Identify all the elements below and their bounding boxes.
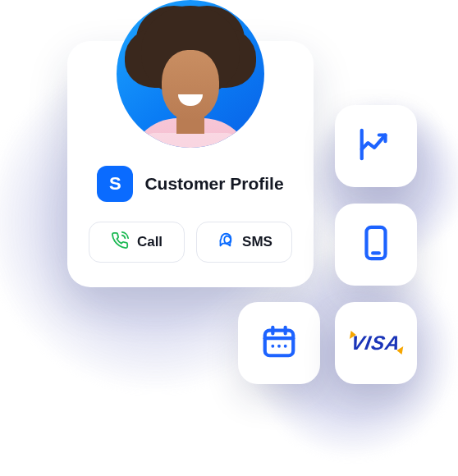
badge-letter: S <box>109 173 121 195</box>
chat-icon <box>216 231 234 254</box>
sms-label: SMS <box>242 234 273 250</box>
svg-point-5 <box>284 345 287 348</box>
action-row: Call SMS <box>89 222 292 263</box>
profile-title-row: S Customer Profile <box>89 166 292 202</box>
visa-logo: VISA <box>350 332 403 355</box>
sms-button[interactable]: SMS <box>196 222 292 263</box>
s-badge-icon: S <box>97 166 133 202</box>
svg-rect-2 <box>265 331 294 356</box>
svg-point-4 <box>277 345 281 348</box>
phone-icon <box>111 231 129 254</box>
call-label: Call <box>137 234 163 250</box>
mobile-icon <box>357 224 395 265</box>
avatar-person <box>117 0 264 148</box>
mobile-tile[interactable] <box>335 204 417 286</box>
avatar <box>117 0 264 148</box>
profile-title: Customer Profile <box>144 174 283 194</box>
chart-up-icon <box>357 126 395 167</box>
calendar-icon <box>260 323 298 364</box>
customer-profile-card: S Customer Profile Call SMS <box>67 41 314 287</box>
chart-tile[interactable] <box>335 105 417 187</box>
visa-tile[interactable]: VISA <box>335 302 417 384</box>
svg-point-3 <box>271 345 274 348</box>
call-button[interactable]: Call <box>89 222 185 263</box>
calendar-tile[interactable] <box>238 302 320 384</box>
